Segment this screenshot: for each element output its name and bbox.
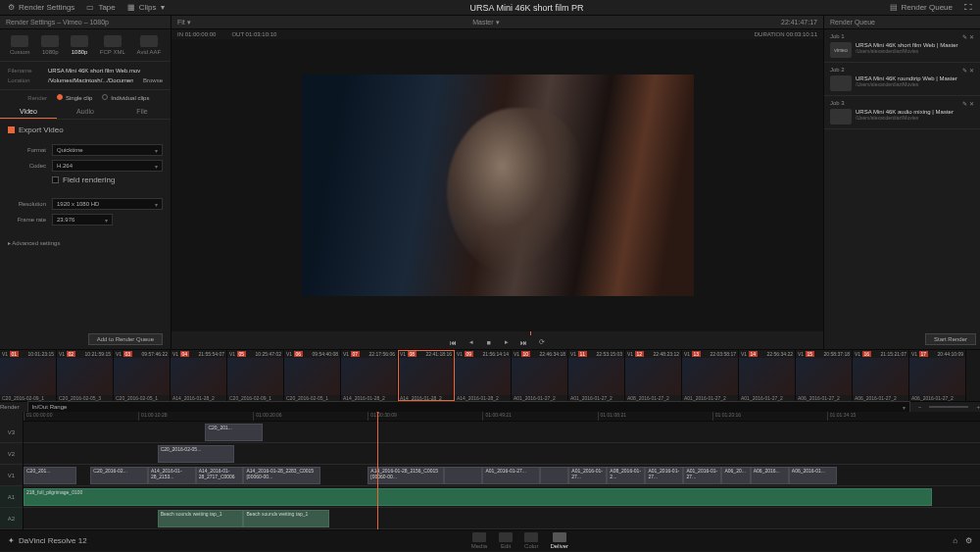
page-deliver[interactable]: Deliver bbox=[550, 532, 568, 549]
clip-thumb[interactable]: V1 0722:17:56:06A14_2016-01-28_2 bbox=[341, 350, 398, 401]
export-video-checkbox[interactable] bbox=[8, 126, 15, 133]
render-job[interactable]: Job 3✎ ✕URSA Mini 46K audio mixing | Mas… bbox=[824, 96, 980, 129]
clip-thumb[interactable]: V1 1720:44:10:09A06_2016-01-27_2 bbox=[909, 350, 966, 401]
clip-thumb[interactable]: V1 1022:46:34:18A01_2016-01-27_2 bbox=[512, 350, 568, 401]
codec-select[interactable]: H.264 bbox=[52, 160, 163, 172]
clip-thumb[interactable]: V1 1422:56:34:22A01_2016-01-27_2 bbox=[739, 350, 796, 401]
close-icon[interactable]: ✕ bbox=[969, 101, 974, 107]
render-job[interactable]: Job 2✎ ✕URSA Mini 46K roundtrip Web | Ma… bbox=[824, 63, 980, 96]
tab-video[interactable]: Video bbox=[0, 105, 57, 119]
master-dropdown[interactable]: Master bbox=[472, 19, 493, 25]
timeline-clip[interactable]: A01_2016-01-27... bbox=[645, 467, 683, 484]
single-clip-radio[interactable]: Single clip bbox=[57, 94, 92, 101]
track-v1[interactable]: V1 bbox=[0, 465, 23, 486]
timeline-clip[interactable]: A01_2016-01-27... bbox=[683, 467, 721, 484]
framerate-select[interactable]: 23.976 bbox=[52, 214, 113, 226]
track-a2[interactable]: A2 bbox=[0, 508, 23, 529]
clip-thumb[interactable]: V1 1621:15:21:07A06_2016-01-27_2 bbox=[853, 350, 909, 401]
timeline-clip[interactable]: C20_201... bbox=[24, 467, 76, 484]
settings-icon[interactable]: ⚙ bbox=[965, 536, 972, 545]
close-icon[interactable]: ✕ bbox=[969, 68, 974, 74]
clip-thumb[interactable]: V1 0510:25:47:02C20_2016-02-09_1 bbox=[227, 350, 284, 401]
clip-thumb[interactable]: V1 0210:21:59:15C20_2016-02-05_3 bbox=[57, 350, 114, 401]
render-settings-toggle[interactable]: ⚙Render Settings bbox=[8, 3, 74, 12]
close-icon[interactable]: ✕ bbox=[969, 34, 974, 40]
timeline-clip[interactable]: A14_2016-01-28_2717_C0006 bbox=[196, 467, 244, 484]
clips-icon: ▦ bbox=[127, 3, 135, 12]
page-color[interactable]: Color bbox=[524, 532, 538, 549]
queue-header: Render Queue bbox=[824, 16, 980, 29]
clip-thumb[interactable]: V1 1322:03:58:17A01_2016-01-27_2 bbox=[682, 350, 739, 401]
render-queue-toggle[interactable]: ▤Render Queue bbox=[890, 3, 953, 12]
stop-icon[interactable]: ■ bbox=[483, 337, 495, 347]
home-icon[interactable]: ⌂ bbox=[953, 536, 957, 545]
preset-avid aaf[interactable]: Avid AAF bbox=[137, 35, 162, 55]
timeline-clip[interactable]: C20_2016-02... bbox=[90, 467, 148, 484]
preset-custom[interactable]: Custom bbox=[10, 35, 30, 55]
pencil-icon[interactable]: ✎ bbox=[962, 34, 967, 40]
pencil-icon[interactable]: ✎ bbox=[962, 101, 967, 107]
individual-clips-radio[interactable]: Individual clips bbox=[102, 94, 149, 101]
timeline-clip[interactable] bbox=[540, 467, 568, 484]
timeline-ruler[interactable]: 01:00:00:0001:00:10:2801:00:20:0601:00:3… bbox=[24, 412, 980, 422]
track-v3[interactable]: V3 bbox=[0, 422, 23, 443]
add-to-queue-button[interactable]: Add to Render Queue bbox=[88, 333, 163, 345]
viewer-scrubber[interactable] bbox=[530, 331, 531, 335]
clip-thumb[interactable]: V1 1122:53:15:03A01_2016-01-27_2 bbox=[568, 350, 625, 401]
timeline-clip[interactable]: Beach sounds wetting tap_1 bbox=[243, 510, 329, 527]
tab-audio[interactable]: Audio bbox=[57, 105, 114, 119]
zoom-out-icon[interactable]: − bbox=[918, 404, 922, 410]
browse-button[interactable]: Browse bbox=[143, 75, 163, 85]
page-edit[interactable]: Edit bbox=[499, 532, 513, 549]
clip-thumb[interactable]: V1 0309:57:46:22C20_2016-02-05_1 bbox=[114, 350, 171, 401]
track-a1[interactable]: A1 bbox=[0, 486, 23, 508]
clip-thumb[interactable]: V1 1520:58:37:18A06_2016-01-27_2 bbox=[796, 350, 853, 401]
loop-icon[interactable]: ⟳ bbox=[536, 337, 548, 347]
clip-thumb[interactable]: V1 0609:54:40:08C20_2016-02-05_1 bbox=[284, 350, 341, 401]
clip-thumb[interactable]: V1 0822:41:18:16A14_2016-01-28_2 bbox=[398, 350, 455, 401]
track-v2[interactable]: V2 bbox=[0, 443, 23, 465]
timeline-clip[interactable]: A06_2016... bbox=[751, 467, 789, 484]
zoom-in-icon[interactable]: + bbox=[976, 404, 980, 410]
render-job[interactable]: Job 1✎ ✕vimeoURSA Mini 46K short film We… bbox=[824, 29, 980, 63]
timeline-clip[interactable] bbox=[444, 467, 482, 484]
start-render-button[interactable]: Start Render bbox=[925, 333, 976, 345]
tape-toggle[interactable]: ▭Tape bbox=[86, 3, 115, 12]
clip-thumb[interactable]: V1 0921:56:14:14A14_2016-01-28_2 bbox=[455, 350, 512, 401]
timeline-clip[interactable]: A01_2016-01-27... bbox=[568, 467, 607, 484]
resolution-select[interactable]: 1920 x 1080 HD bbox=[52, 198, 163, 210]
fit-dropdown[interactable]: Fit bbox=[177, 19, 185, 25]
timeline-clip[interactable]: A14_2016-01-28_2153... bbox=[148, 467, 196, 484]
timeline-clip[interactable]: C20_201... bbox=[205, 424, 263, 441]
timeline-clip[interactable]: A14_2016-01-28_2156_C0015 [00060-00... bbox=[368, 467, 444, 484]
preset-fcp xml[interactable]: FCP XML bbox=[100, 35, 125, 55]
expand-icon[interactable]: ⛶ bbox=[964, 3, 972, 12]
pencil-icon[interactable]: ✎ bbox=[962, 68, 967, 74]
goto-start-icon[interactable]: ⏮ bbox=[448, 337, 460, 347]
tab-file[interactable]: File bbox=[114, 105, 171, 119]
clip-thumb[interactable]: V1 0421:55:54:07A14_2016-01-28_2 bbox=[171, 350, 227, 401]
timeline-clip[interactable]: A01_2016-01-27... bbox=[482, 467, 540, 484]
timeline-clip[interactable]: Beach sounds wetting tap_1 bbox=[158, 510, 244, 527]
clip-thumb[interactable]: V1 0110:01:23:15C20_2016-02-09_1 bbox=[0, 350, 57, 401]
advanced-settings-toggle[interactable]: ▸ Advanced settings bbox=[0, 235, 171, 250]
timeline-clip[interactable]: A06_20... bbox=[721, 467, 750, 484]
timeline-clip[interactable]: C20_2016-02-05... bbox=[158, 445, 234, 463]
timeline-clip[interactable]: A14_2016-01-28_2283_C0015 [00060-00... bbox=[243, 467, 319, 484]
timeline-clip[interactable]: 218_full_pilgrimage_0100 bbox=[24, 488, 932, 506]
format-select[interactable]: Quicktime bbox=[52, 144, 163, 156]
timeline-clip[interactable]: A08_2016-01-2... bbox=[607, 467, 645, 484]
goto-end-icon[interactable]: ⏭ bbox=[518, 337, 530, 347]
play-icon[interactable]: ▸ bbox=[501, 337, 513, 347]
zoom-slider[interactable] bbox=[929, 406, 968, 408]
timeline-clip[interactable]: A06_2016-01... bbox=[789, 467, 837, 484]
page-media[interactable]: Media bbox=[471, 532, 487, 549]
clips-toggle[interactable]: ▦Clips ▾ bbox=[127, 3, 165, 12]
preset-1080p[interactable]: 1080p bbox=[41, 35, 59, 55]
step-back-icon[interactable]: ◂ bbox=[466, 337, 477, 347]
field-rendering-checkbox[interactable] bbox=[52, 176, 59, 183]
preset-1080p[interactable]: 1080p bbox=[71, 35, 88, 55]
playhead[interactable] bbox=[377, 412, 378, 529]
clip-thumb[interactable]: V1 1222:48:23:12A08_2016-01-27_2 bbox=[625, 350, 682, 401]
in-timecode: 01:00:00:00 bbox=[185, 31, 217, 37]
